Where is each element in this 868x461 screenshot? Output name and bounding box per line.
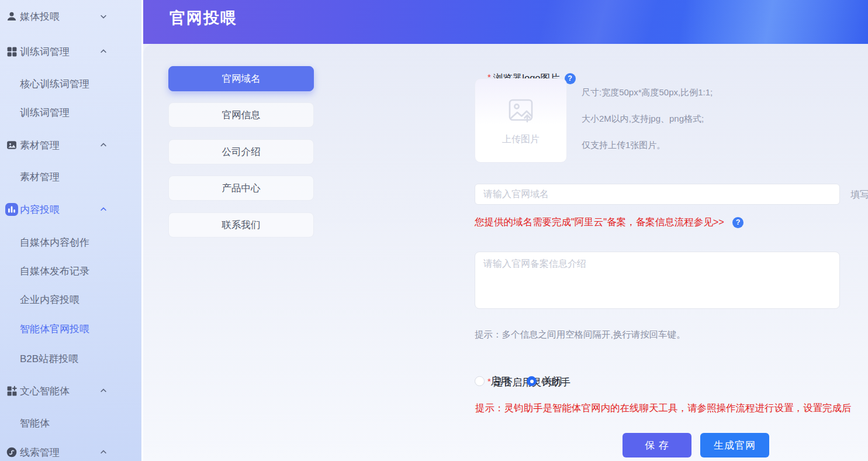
page: { "sidebar": { "items": [ { "label": "媒体… [0, 0, 868, 461]
domain-icp-warning: 您提供的域名需要完成"阿里云"备案，备案信息流程参见>> ? [475, 216, 743, 229]
image-icon [5, 139, 18, 152]
help-icon[interactable]: ? [732, 217, 743, 228]
page-title: 官网投喂 [170, 8, 237, 29]
sidebar-item-material-mgmt[interactable]: 素材管理 [0, 165, 141, 188]
tab-contact-us[interactable]: 联系我们 [168, 212, 314, 238]
save-button[interactable]: 保 存 [623, 433, 691, 457]
chevron-up-icon [99, 47, 109, 56]
sidebar-item-training-words[interactable]: 训练词管理 [0, 101, 141, 124]
sidebar-item-leads-mgmt[interactable]: 线索管理 [0, 441, 141, 461]
icp-hint: 提示：多个信息之间用空格间隔开,换行请按回车键。 [475, 329, 686, 341]
sidebar-item-agent[interactable]: 智能体 [0, 411, 141, 435]
radio-disable[interactable]: 关闭 [527, 374, 562, 388]
assistant-radio-group: 启用 关闭 [475, 374, 562, 388]
generate-website-button[interactable]: 生成官网 [700, 433, 769, 457]
sidebar-item-media-publish-records[interactable]: 自媒体发布记录 [0, 259, 141, 283]
upload-image-dropzone[interactable]: 上传图片 [475, 78, 567, 163]
grid-plus-icon [5, 384, 18, 397]
clue-icon [5, 446, 18, 459]
user-icon [5, 10, 18, 23]
content-panel: 官网域名 官网信息 公司介绍 产品中心 联系我们 * 浏览器logo图片 ? 上… [143, 44, 868, 461]
icp-textarea[interactable] [475, 252, 840, 309]
radio-circle-icon [475, 376, 485, 386]
sidebar-item-agent-website-feed[interactable]: 智能体官网投喂 [0, 317, 141, 340]
sidebar-item-media-content-creation[interactable]: 自媒体内容创作 [0, 230, 141, 254]
sidebar-item-enterprise-content-feed[interactable]: 企业内容投喂 [0, 288, 141, 311]
chevron-up-icon [99, 386, 109, 395]
sidebar-item-core-training-words[interactable]: 核心训练词管理 [0, 72, 141, 95]
bar-chart-icon [5, 203, 18, 216]
sidebar: 媒体投喂 训练词管理 核心训练词管理 训练词管理 素材管理 素材管理 [0, 0, 143, 461]
radio-circle-icon [527, 376, 537, 386]
sidebar-item-training-words-mgmt[interactable]: 训练词管理 [0, 40, 141, 63]
domain-side-note: 填写 [850, 189, 868, 201]
tab-company-intro[interactable]: 公司介绍 [168, 139, 314, 164]
upload-rule-count: 仅支持上传1张图片。 [582, 140, 665, 151]
tab-product-center[interactable]: 产品中心 [168, 176, 314, 201]
assistant-warning: 提示：灵钧助手是智能体官网内的在线聊天工具，请参照操作流程进行设置，设置完成后 [475, 402, 852, 415]
tab-website-domain[interactable]: 官网域名 [168, 66, 314, 91]
upload-rule-size: 尺寸:宽度50px*高度50px,比例1:1; [582, 87, 713, 98]
sidebar-item-media-feed[interactable]: 媒体投喂 [0, 5, 141, 28]
page-header-banner: 官网投喂 [143, 0, 868, 44]
radio-enable[interactable]: 启用 [475, 374, 510, 388]
domain-input[interactable] [475, 184, 840, 205]
chevron-up-icon [99, 205, 109, 214]
chevron-up-icon [99, 140, 109, 150]
sidebar-item-material-mgmt-group[interactable]: 素材管理 [0, 133, 141, 157]
chevron-up-icon [99, 448, 109, 457]
grid-icon [5, 45, 18, 58]
sidebar-item-b2b-site-feed[interactable]: B2B站群投喂 [0, 347, 141, 370]
chevron-down-icon [99, 12, 109, 21]
tab-website-info[interactable]: 官网信息 [168, 102, 314, 128]
upload-rule-format: 大小2M以内,支持jpg、png格式; [582, 113, 704, 125]
upload-image-icon [506, 96, 536, 128]
sidebar-item-content-feed[interactable]: 内容投喂 [0, 198, 141, 221]
sidebar-item-wenxin-agent[interactable]: 文心智能体 [0, 379, 141, 402]
upload-label: 上传图片 [502, 133, 540, 146]
